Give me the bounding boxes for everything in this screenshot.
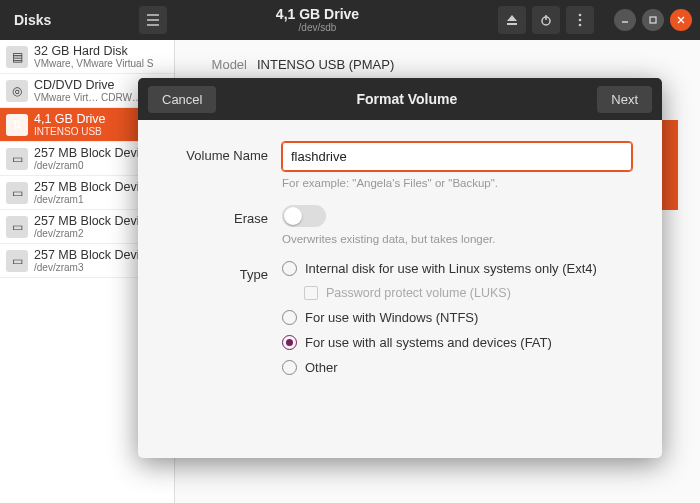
radio-label: Other <box>305 360 338 375</box>
radio-icon <box>282 335 297 350</box>
device-sub: VMware, VMware Virtual S <box>34 58 153 69</box>
type-radio-fat[interactable]: For use with all systems and devices (FA… <box>282 335 632 350</box>
power-button[interactable] <box>532 6 560 34</box>
radio-icon <box>282 360 297 375</box>
erase-hint: Overwrites existing data, but takes long… <box>282 233 632 245</box>
device-name: 257 MB Block Device <box>34 146 153 160</box>
device-name: 32 GB Hard Disk <box>34 44 153 58</box>
block-icon: ▭ <box>12 254 23 268</box>
window-header: Disks 4,1 GB Drive /dev/sdb <box>0 0 700 40</box>
erase-toggle[interactable] <box>282 205 326 227</box>
erase-label: Erase <box>168 205 268 226</box>
drive-menu-button[interactable] <box>566 6 594 34</box>
device-sub: /dev/zram3 <box>34 262 153 273</box>
checkbox-icon <box>304 286 318 300</box>
block-icon: ▭ <box>12 152 23 166</box>
volume-name-input[interactable] <box>282 142 632 171</box>
device-name: 4,1 GB Drive <box>34 112 106 126</box>
close-icon <box>676 15 686 25</box>
kebab-icon <box>578 13 582 27</box>
device-sub: /dev/zram0 <box>34 160 153 171</box>
minimize-button[interactable] <box>614 9 636 31</box>
luks-checkbox: Password protect volume (LUKS) <box>304 286 632 300</box>
power-icon <box>540 14 552 26</box>
model-label: Model <box>197 57 247 72</box>
device-sub: /dev/zram2 <box>34 228 153 239</box>
eject-button[interactable] <box>498 6 526 34</box>
checkbox-label: Password protect volume (LUKS) <box>326 286 511 300</box>
hamburger-button[interactable] <box>139 6 167 34</box>
usb-icon: ⇅ <box>12 118 22 132</box>
minimize-icon <box>620 15 630 25</box>
device-name: 257 MB Block Device <box>34 214 153 228</box>
sidebar-item-hard-disk[interactable]: ▤ 32 GB Hard DiskVMware, VMware Virtual … <box>0 40 174 74</box>
format-volume-dialog: Cancel Format Volume Next Volume Name Fo… <box>138 78 662 458</box>
device-name: 257 MB Block Device <box>34 248 153 262</box>
radio-label: For use with all systems and devices (FA… <box>305 335 552 350</box>
type-radio-ext4[interactable]: Internal disk for use with Linux systems… <box>282 261 632 276</box>
radio-label: Internal disk for use with Linux systems… <box>305 261 597 276</box>
close-button[interactable] <box>670 9 692 31</box>
selected-drive-subtitle: /dev/sdb <box>175 23 460 33</box>
hdd-icon: ▤ <box>12 50 23 64</box>
device-sub: /dev/zram1 <box>34 194 153 205</box>
block-icon: ▭ <box>12 220 23 234</box>
svg-point-4 <box>579 24 582 27</box>
svg-point-2 <box>579 14 582 17</box>
eject-icon <box>506 14 518 26</box>
volume-name-hint: For example: "Angela's Files" or "Backup… <box>282 177 632 189</box>
next-button[interactable]: Next <box>597 86 652 113</box>
maximize-button[interactable] <box>642 9 664 31</box>
maximize-icon <box>648 15 658 25</box>
cancel-button[interactable]: Cancel <box>148 86 216 113</box>
radio-icon <box>282 261 297 276</box>
menu-icon <box>146 14 160 26</box>
device-name: 257 MB Block Device <box>34 180 153 194</box>
radio-icon <box>282 310 297 325</box>
selected-drive-title: 4,1 GB Drive <box>175 7 460 21</box>
type-radio-ntfs[interactable]: For use with Windows (NTFS) <box>282 310 632 325</box>
disc-icon: ◎ <box>12 84 22 98</box>
block-icon: ▭ <box>12 186 23 200</box>
app-title: Disks <box>14 12 51 28</box>
type-label: Type <box>168 261 268 282</box>
volume-name-label: Volume Name <box>168 142 268 163</box>
device-sub: VMware Virt… CDRW… <box>34 92 142 103</box>
device-name: CD/DVD Drive <box>34 78 142 92</box>
radio-label: For use with Windows (NTFS) <box>305 310 478 325</box>
type-radio-other[interactable]: Other <box>282 360 632 375</box>
svg-rect-6 <box>650 17 656 23</box>
svg-point-3 <box>579 19 582 22</box>
dialog-title: Format Volume <box>216 91 597 107</box>
model-value: INTENSO USB (PMAP) <box>257 57 394 72</box>
device-sub: INTENSO USB <box>34 126 106 137</box>
